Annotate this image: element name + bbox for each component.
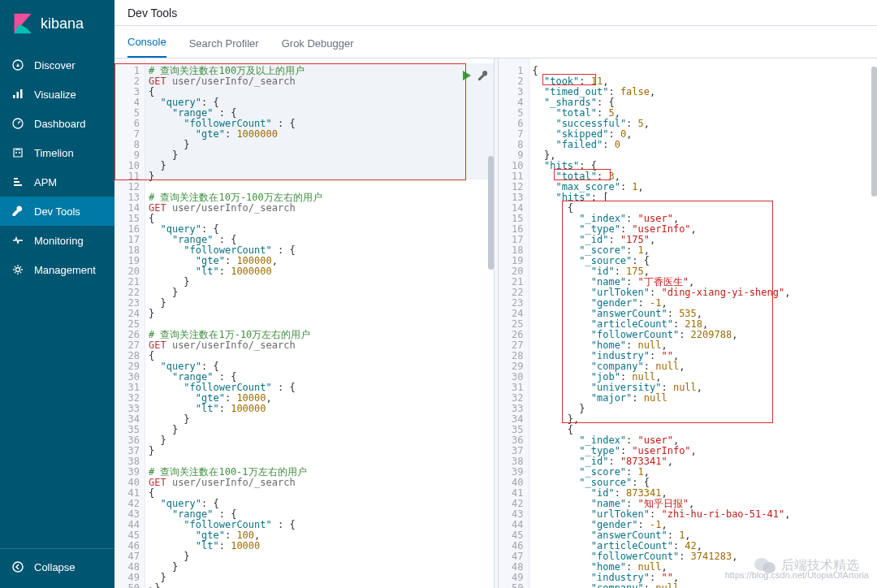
request-pane[interactable]: 1234567891011121314151617181920212223242… <box>114 58 494 588</box>
chart-icon <box>11 88 24 101</box>
sidebar: kibana DiscoverVisualizeDashboardTimelio… <box>0 0 114 588</box>
nav-item-timelion[interactable]: Timelion <box>0 138 114 167</box>
page-title: Dev Tools <box>127 6 177 19</box>
play-icon[interactable] <box>461 70 473 81</box>
page-header: Dev Tools <box>114 0 877 26</box>
tab-grok-debugger[interactable]: Grok Debugger <box>282 37 354 58</box>
svg-rect-2 <box>17 92 19 98</box>
gear-icon <box>11 263 24 276</box>
tab-search-profiler[interactable]: Search Profiler <box>189 37 259 58</box>
nav-label: Discover <box>34 59 76 71</box>
svg-rect-3 <box>20 89 23 98</box>
nav-item-monitoring[interactable]: Monitoring <box>0 226 114 255</box>
nav-item-dashboard[interactable]: Dashboard <box>0 109 114 138</box>
dashboard-icon <box>11 117 24 130</box>
tab-console[interactable]: Console <box>127 36 166 58</box>
nav-label: Visualize <box>34 89 76 101</box>
svg-point-6 <box>19 152 20 153</box>
apm-icon <box>11 175 24 188</box>
svg-point-8 <box>13 562 23 572</box>
timelion-icon <box>11 146 24 159</box>
request-code[interactable]: # 查询关注数在100万及以上的用户GET user/userInfo/_sea… <box>145 58 494 588</box>
nav-label: Dashboard <box>34 118 86 130</box>
brand-name: kibana <box>41 15 84 32</box>
svg-rect-1 <box>13 95 15 98</box>
response-code: { "took": 11, "timed_out": false, "_shar… <box>529 58 878 588</box>
scrollbar-thumb[interactable] <box>488 156 494 270</box>
collapse-icon <box>11 560 24 573</box>
nav-item-dev-tools[interactable]: Dev Tools <box>0 197 114 226</box>
nav-label: Management <box>34 264 96 276</box>
request-gutter: 1234567891011121314151617181920212223242… <box>114 58 145 588</box>
collapse-button[interactable]: Collapse <box>0 548 114 588</box>
tabs: ConsoleSearch ProfilerGrok Debugger <box>114 26 877 58</box>
nav-item-management[interactable]: Management <box>0 255 114 284</box>
nav-list: DiscoverVisualizeDashboardTimelionAPMDev… <box>0 47 114 548</box>
wrench-icon <box>11 205 24 218</box>
collapse-label: Collapse <box>34 561 76 573</box>
nav-label: Monitoring <box>34 235 84 247</box>
logo-area: kibana <box>0 0 114 47</box>
wrench-icon[interactable] <box>477 70 489 81</box>
main-area: Dev Tools ConsoleSearch ProfilerGrok Deb… <box>114 0 877 588</box>
nav-item-apm[interactable]: APM <box>0 167 114 197</box>
response-pane: 1234567891011121314151617181920212223242… <box>499 58 878 588</box>
response-gutter: 1234567891011121314151617181920212223242… <box>499 58 529 588</box>
svg-point-7 <box>16 268 20 272</box>
kibana-logo-icon <box>11 12 34 35</box>
nav-item-visualize[interactable]: Visualize <box>0 80 114 109</box>
heartbeat-icon <box>11 234 24 247</box>
editor-area: 1234567891011121314151617181920212223242… <box>114 58 877 588</box>
nav-label: Timelion <box>34 147 74 159</box>
nav-label: Dev Tools <box>34 205 80 218</box>
nav-item-discover[interactable]: Discover <box>0 50 114 80</box>
scrollbar-thumb[interactable] <box>871 67 877 197</box>
svg-point-5 <box>15 152 17 153</box>
compass-icon <box>11 58 24 71</box>
nav-label: APM <box>34 176 57 188</box>
